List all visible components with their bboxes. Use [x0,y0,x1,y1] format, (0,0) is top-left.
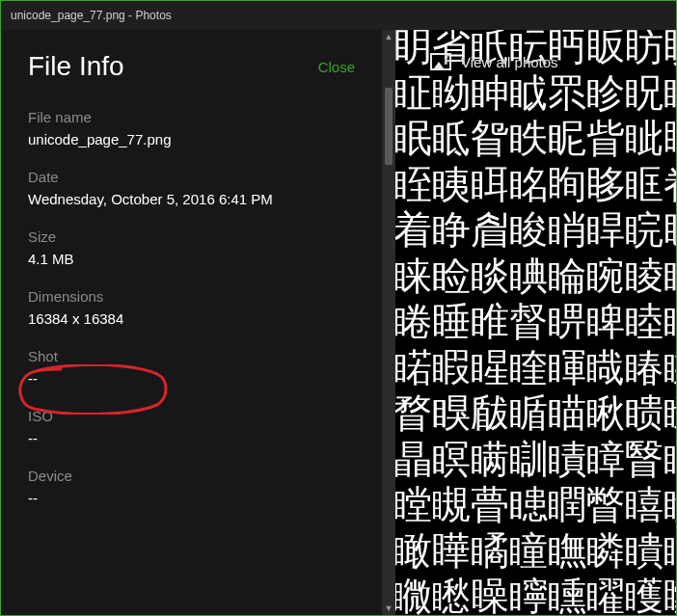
field-value: -- [28,370,355,387]
glyph-row: 睐睑睒睓睔睕睖睗 [395,254,676,300]
glyph-row: 眠眡眢眣眤眥眦眧 [395,116,676,162]
glyph-row: 矀矁矂矃矄矅矆矇 [395,574,676,615]
field-date: Date Wednesday, October 5, 2016 6:41 PM [28,169,355,207]
glyph-row: 眐眑眒眓眔眕眖眗 [395,70,676,117]
view-all-label: View all photos [461,54,558,70]
field-value: unicode_page_77.png [28,131,355,147]
glyph-row: 睰睱睲睳睴睵睶睷 [395,345,676,391]
view-all-photos-button[interactable]: View all photos [430,53,558,70]
field-filename: File name unicode_page_77.png [28,109,355,147]
glyph-row: 瞠瞡瞢瞣瞤瞥瞦瞧 [395,482,676,528]
image-preview: ▲ ▼ 眀省眂眃眄眅眆眇眐眑眒眓眔眕眖眗眠眡眢眣眤眥眦眧眰眱眲眳眴眵眶眷着睁睂睃… [382,30,676,615]
panel-header: File Info Close [28,51,355,82]
field-dimensions: Dimensions 16384 x 16384 [28,288,355,327]
main-area: File Info Close File name unicode_page_7… [1,30,676,615]
field-label: Shot [28,348,355,364]
field-value: 16384 x 16384 [28,310,355,327]
field-value: -- [28,430,355,446]
field-label: Date [28,169,355,185]
glyph-row: 瞐瞑瞒瞓瞔瞕瞖瞗 [395,437,676,483]
file-info-panel: File Info Close File name unicode_page_7… [1,30,382,615]
photos-window: unicode_page_77.png - Photos File Info C… [0,0,677,616]
field-value: -- [28,490,355,506]
scroll-down-icon[interactable]: ▼ [382,602,395,615]
field-value: Wednesday, October 5, 2016 6:41 PM [28,191,355,207]
field-label: Device [28,468,355,484]
window-titlebar[interactable]: unicode_page_77.png - Photos [1,1,676,30]
field-iso: ISO -- [28,408,355,446]
field-label: File name [28,109,355,125]
scroll-up-icon[interactable]: ▲ [382,30,395,43]
panel-title: File Info [28,51,124,82]
field-shot: Shot -- [28,348,355,387]
vertical-scrollbar[interactable]: ▲ ▼ [382,30,395,615]
field-value: 4.1 MB [28,251,355,267]
glyph-row: 瞀瞁瞂瞃瞄瞅瞆瞇 [395,390,676,437]
close-button[interactable]: Close [318,59,355,75]
field-size: Size 4.1 MB [28,228,355,267]
glyph-row: 着睁睂睃睄睅睆睇 [395,207,676,254]
glyph-row: 瞰瞱瞲瞳瞴瞵瞶瞷 [395,528,676,575]
field-label: ISO [28,408,355,424]
scroll-thumb[interactable] [385,88,393,165]
field-label: Size [28,228,355,245]
glyph-row: 睠睡睢督睤睥睦睧 [395,299,676,345]
window-title: unicode_page_77.png - Photos [11,9,172,22]
glyph-grid: 眀省眂眃眄眅眆眇眐眑眒眓眔眕眖眗眠眡眢眣眤眥眦眧眰眱眲眳眴眵眶眷着睁睂睃睄睅睆睇… [395,30,676,615]
image-content[interactable]: 眀省眂眃眄眅眆眇眐眑眒眓眔眕眖眗眠眡眢眣眤眥眦眧眰眱眲眳眴眵眶眷着睁睂睃睄睅睆睇… [395,30,676,615]
field-label: Dimensions [28,288,355,305]
field-device: Device -- [28,468,355,506]
glyph-row: 眰眱眲眳眴眵眶眷 [395,162,676,208]
photo-icon [430,53,451,70]
